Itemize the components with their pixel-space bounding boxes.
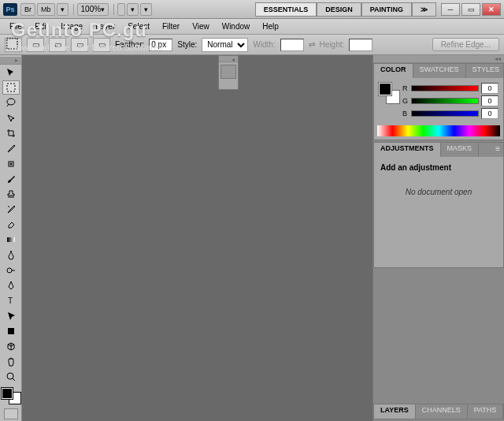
width-label: Width: xyxy=(253,40,275,49)
fg-color-box[interactable] xyxy=(379,83,391,95)
menu-view[interactable]: View xyxy=(186,20,216,32)
height-input xyxy=(349,39,372,51)
dodge-tool[interactable] xyxy=(2,263,20,277)
tab-swatches[interactable]: SWATCHES xyxy=(413,64,466,78)
eyedropper-tool[interactable] xyxy=(2,142,20,155)
style-select[interactable]: Normal xyxy=(202,38,248,52)
no-document-message: No document open xyxy=(380,188,497,196)
panel-menu-icon[interactable]: ≡ xyxy=(492,143,503,157)
menu-select[interactable]: Select xyxy=(121,20,156,32)
zoom-tool[interactable] xyxy=(2,370,20,383)
g-label: G xyxy=(402,97,409,105)
tab-channels[interactable]: CHANNELS xyxy=(416,404,468,419)
g-slider[interactable] xyxy=(411,98,479,104)
refine-edge-button[interactable]: Refine Edge... xyxy=(432,38,499,51)
move-tool[interactable] xyxy=(2,65,20,79)
dock-header[interactable]: ◂◂ xyxy=(373,55,504,63)
hand-tool-button[interactable] xyxy=(117,3,125,16)
lasso-tool[interactable] xyxy=(2,96,20,110)
history-brush-tool[interactable] xyxy=(2,203,20,216)
tab-adjustments[interactable]: ADJUSTMENTS xyxy=(374,143,441,157)
close-button[interactable]: ✕ xyxy=(482,3,501,16)
maximize-button[interactable]: ▭ xyxy=(461,3,480,16)
menubar: File Edit Image Layer Select Filter View… xyxy=(0,19,504,35)
toolbar-collapse[interactable]: ▸ xyxy=(0,57,21,65)
tools-panel: ▸ T xyxy=(0,55,22,421)
quick-mask-button[interactable] xyxy=(4,408,18,419)
healing-tool[interactable] xyxy=(2,157,20,170)
r-slider[interactable] xyxy=(411,85,479,91)
stamp-tool[interactable] xyxy=(2,188,20,201)
new-selection-icon[interactable]: ▭ xyxy=(27,38,44,52)
r-value[interactable] xyxy=(481,83,498,94)
tab-masks[interactable]: MASKS xyxy=(441,143,480,157)
gradient-tool[interactable] xyxy=(2,233,20,246)
quick-select-tool[interactable] xyxy=(2,111,20,125)
document-canvas[interactable]: ◂ xyxy=(22,55,372,421)
minibridge-button[interactable]: Mb xyxy=(37,3,55,16)
hand-tool[interactable] xyxy=(2,355,20,368)
bridge-button[interactable]: Br xyxy=(20,3,35,16)
b-slider[interactable] xyxy=(411,110,479,117)
color-panel-body: R G B xyxy=(374,78,503,125)
zoom-value: 100% xyxy=(81,5,102,13)
minimize-button[interactable]: ─ xyxy=(441,3,460,16)
separator xyxy=(73,4,74,15)
window-controls: ─ ▭ ✕ xyxy=(441,3,501,16)
workspace-essentials[interactable]: ESSENTIALS xyxy=(255,2,317,17)
crop-tool[interactable] xyxy=(2,126,20,140)
menu-layer[interactable]: Layer xyxy=(89,20,121,32)
screen-mode-button[interactable]: ▾ xyxy=(140,3,152,16)
adjustments-body: Add an adjustment No document open xyxy=(374,157,503,267)
workspace-painting[interactable]: PAINTING xyxy=(361,2,412,17)
view-extras-button[interactable]: ▾ xyxy=(57,3,69,16)
type-tool[interactable]: T xyxy=(2,294,20,307)
foreground-swatch[interactable] xyxy=(2,388,13,399)
shape-tool[interactable] xyxy=(2,324,20,337)
color-swatches[interactable] xyxy=(2,388,20,404)
eraser-tool[interactable] xyxy=(2,218,20,231)
blur-tool[interactable] xyxy=(2,248,20,262)
menu-edit[interactable]: Edit xyxy=(28,20,54,32)
spectrum-picker[interactable] xyxy=(377,125,500,136)
intersect-selection-icon[interactable]: ▭ xyxy=(93,38,110,52)
menu-image[interactable]: Image xyxy=(54,20,89,32)
brush-tool[interactable] xyxy=(2,172,20,185)
marquee-tool[interactable] xyxy=(2,80,20,94)
feather-input[interactable] xyxy=(149,39,172,51)
svg-point-8 xyxy=(7,268,12,273)
menu-help[interactable]: Help xyxy=(256,20,285,32)
adjustments-title: Add an adjustment xyxy=(380,163,497,172)
subtract-selection-icon[interactable]: ▭ xyxy=(71,38,88,52)
pen-tool[interactable] xyxy=(2,278,20,292)
svg-point-11 xyxy=(7,373,13,379)
3d-tool[interactable] xyxy=(2,340,20,353)
layers-tabs: LAYERS CHANNELS PATHS ≡ xyxy=(374,404,503,419)
menu-filter[interactable]: Filter xyxy=(156,20,186,32)
history-panel-icon[interactable] xyxy=(220,65,236,79)
tab-layers[interactable]: LAYERS xyxy=(374,404,416,419)
dock-collapse[interactable]: ◂ xyxy=(219,56,238,62)
tab-color[interactable]: COLOR xyxy=(374,64,413,78)
add-selection-icon[interactable]: ▭ xyxy=(49,38,66,52)
menu-file[interactable]: File xyxy=(3,20,28,32)
color-panel: COLOR SWATCHES STYLES ≡ R G xyxy=(373,63,504,140)
width-input xyxy=(280,39,304,51)
workspace-more[interactable]: ≫ xyxy=(412,2,436,17)
zoom-level-dropdown[interactable]: 100% ▾ xyxy=(77,3,109,16)
tab-paths[interactable]: PATHS xyxy=(468,404,504,419)
b-value[interactable] xyxy=(481,108,498,119)
rgb-sliders: R G B xyxy=(402,83,498,121)
app-logo-icon: Ps xyxy=(3,3,17,16)
tab-styles[interactable]: STYLES xyxy=(466,64,504,78)
adjustments-panel: ADJUSTMENTS MASKS ≡ Add an adjustment No… xyxy=(373,142,504,268)
menu-window[interactable]: Window xyxy=(216,20,257,32)
color-preview[interactable] xyxy=(379,83,399,103)
g-value[interactable] xyxy=(481,95,498,106)
workspace-design[interactable]: DESIGN xyxy=(317,2,361,17)
tool-preset-icon[interactable] xyxy=(5,38,22,52)
path-select-tool[interactable] xyxy=(2,309,20,322)
svg-rect-10 xyxy=(8,328,14,334)
arrange-docs-button[interactable]: ▾ xyxy=(127,3,139,16)
collapsed-dock: ◂ xyxy=(218,55,239,90)
